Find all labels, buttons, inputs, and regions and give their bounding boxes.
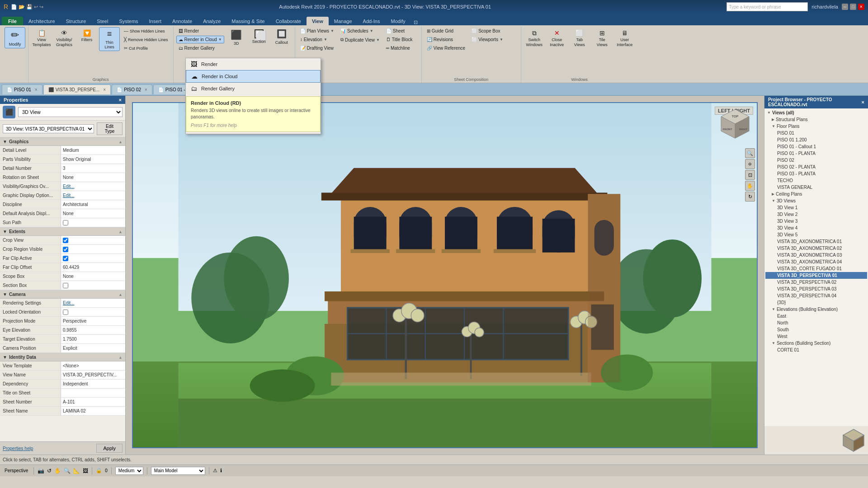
pan-tool-icon[interactable]: ✋: [54, 468, 61, 474]
revisions-button[interactable]: 🔄 Revisions: [425, 36, 467, 43]
identity-collapse[interactable]: ▲: [118, 355, 123, 360]
projection-mode-value[interactable]: Perspective: [61, 317, 125, 325]
view-cube-svg[interactable]: TOP FRONT RIGHT: [718, 108, 752, 141]
pb-close-icon[interactable]: ×: [862, 99, 864, 105]
graphics-section-collapse[interactable]: ▲: [118, 140, 123, 144]
pb-item-persp02[interactable]: VISTA 3D_PERSPECTIVA 02: [765, 279, 867, 286]
piso02-close-icon[interactable]: ×: [145, 87, 147, 92]
title-on-sheet-value[interactable]: [61, 389, 125, 397]
minimize-btn[interactable]: ─: [842, 4, 848, 10]
rotation-value[interactable]: None: [61, 173, 125, 182]
tab-file[interactable]: File: [2, 17, 23, 25]
pb-item-axono03[interactable]: VISTA 3D_AXONOMETRICA 03: [765, 252, 867, 258]
detail-level-select[interactable]: Medium Coarse Fine: [115, 467, 143, 475]
pb-sections[interactable]: ▼ Sections (Building Section): [765, 340, 867, 347]
pb-item-north[interactable]: North: [765, 319, 867, 326]
remove-hidden-lines-button[interactable]: ╳ Remove Hidden Lines: [122, 36, 170, 43]
crop-region-checkbox[interactable]: [63, 247, 68, 252]
title-block-button[interactable]: 🗒 Title Block: [384, 36, 415, 43]
pb-3d-views[interactable]: ▼ 3D Views: [765, 197, 867, 204]
pb-item-corte01[interactable]: CORTE 01: [765, 347, 867, 353]
graphics-section-header[interactable]: ▼ Graphics ▲: [0, 137, 125, 146]
view-templates-button[interactable]: 📋 ViewTemplates: [31, 27, 52, 48]
camera-collapse[interactable]: ▲: [118, 292, 123, 297]
pb-item-3dview2[interactable]: 3D View 2: [765, 211, 867, 218]
sheet-button[interactable]: 📄 Sheet: [384, 27, 415, 35]
redo-btn[interactable]: ↪: [39, 4, 43, 10]
edit-type-button[interactable]: Edit Type: [97, 122, 123, 135]
default-analysis-value[interactable]: None: [61, 209, 125, 218]
tab-insert[interactable]: Insert: [144, 17, 167, 25]
pb-item-corte-fugado01[interactable]: VISTA 3D_CORTE FUGADO 01: [765, 265, 867, 272]
show-hidden-lines-button[interactable]: --- Show Hidden Lines: [122, 27, 170, 35]
viewports-button[interactable]: ⬜ Viewports ▼: [469, 36, 505, 43]
doc-tab-piso01[interactable]: 📄 PISO 01 ×: [2, 84, 42, 94]
pb-ceiling-plans[interactable]: ▶ Ceiling Plans: [765, 191, 867, 197]
section-box-checkbox[interactable]: [63, 283, 68, 288]
pb-item-persp04[interactable]: VISTA 3D_PERSPECTIVA 04: [765, 292, 867, 299]
pb-item-axono01[interactable]: VISTA 3D_AXONOMETRICA 01: [765, 238, 867, 245]
identity-section-header[interactable]: ▼ Identity Data ▲: [0, 353, 125, 361]
pb-elevations[interactable]: ▼ Elevations (Building Elevation): [765, 306, 867, 313]
render-icon[interactable]: 🖼: [83, 468, 88, 474]
matchline-button[interactable]: ═ Matchline: [384, 44, 415, 52]
pb-item-3dview1[interactable]: 3D View 1: [765, 204, 867, 211]
graphic-display-edit[interactable]: Edit...: [61, 191, 125, 200]
pb-item-piso01[interactable]: PISO 01: [765, 130, 867, 136]
pb-item-piso02-planta[interactable]: PISO 02 - PLANTA: [765, 164, 867, 170]
user-interface-button[interactable]: 🖥 UserInterface: [614, 27, 635, 48]
undo-btn[interactable]: ↩: [34, 4, 38, 10]
view-name-prop-value[interactable]: VISTA 3D_PERSPECTIV...: [61, 371, 125, 379]
new-btn[interactable]: 📄: [11, 4, 17, 10]
render-cloud-dropdown-item[interactable]: ☁ Render in Cloud: [186, 70, 321, 83]
camera-position-value[interactable]: Explicit: [61, 344, 125, 352]
switch-windows-button[interactable]: ⧉ SwitchWindows: [524, 27, 545, 48]
pb-item-piso01-callout[interactable]: PISO 01 - Callout 1: [765, 143, 867, 150]
close-inactive-button[interactable]: ✕ CloseInactive: [547, 27, 567, 48]
render-gallery-button[interactable]: 🗂 Render Gallery: [176, 44, 224, 52]
tab-structure[interactable]: Structure: [61, 17, 92, 25]
render-button[interactable]: 🖼 Render: [176, 27, 224, 35]
pb-item-east[interactable]: East: [765, 313, 867, 319]
apply-button[interactable]: Apply: [96, 444, 123, 453]
modify-button[interactable]: ✏ Modify: [5, 27, 25, 48]
pb-views-all[interactable]: ▼ Views (all): [765, 109, 867, 116]
filters-button[interactable]: 🔽 Filters: [76, 27, 97, 44]
tab-modify[interactable]: Modify: [385, 17, 410, 25]
guide-grid-button[interactable]: ⊞ Guide Grid: [425, 27, 467, 35]
duplicate-view-button[interactable]: ⧉ Duplicate View ▼: [338, 36, 382, 44]
tab-view[interactable]: View: [307, 17, 329, 25]
pb-item-piso01-planta[interactable]: PISO 01 - PLANTA: [765, 150, 867, 157]
pb-item-piso02[interactable]: PISO 02: [765, 157, 867, 164]
3d-view-button[interactable]: ⬛ 3D: [226, 27, 247, 47]
tab-steel[interactable]: Steel: [91, 17, 113, 25]
pb-item-axono04[interactable]: VISTA 3D_AXONOMETRICA 04: [765, 258, 867, 265]
rendering-settings-edit[interactable]: Edit...: [61, 299, 125, 307]
crop-view-checkbox[interactable]: [63, 238, 68, 243]
save-btn[interactable]: 💾: [26, 4, 33, 10]
viewport[interactable]: LEFT | RIGHT TOP FRONT RIGHT: [126, 96, 764, 455]
view-template-value[interactable]: <None>: [61, 361, 125, 370]
pb-item-3d-default[interactable]: {3D}: [765, 299, 867, 306]
measure-icon[interactable]: 📐: [73, 468, 80, 474]
type-select[interactable]: 3D View: [18, 107, 123, 117]
piso01-close-icon[interactable]: ×: [35, 87, 38, 92]
pb-item-piso03-planta[interactable]: PISO 03 - PLANTA: [765, 170, 867, 177]
model-select[interactable]: Main Model: [151, 467, 205, 475]
pb-item-axono02[interactable]: VISTA 3D_AXONOMETRICA 02: [765, 245, 867, 252]
zoom-in-button[interactable]: 🔍: [745, 148, 755, 158]
view-select[interactable]: 3D View: VISTA 3D_PERSPECTIVA 01: [3, 124, 94, 133]
pb-item-3dview3[interactable]: 3D View 3: [765, 218, 867, 225]
plan-views-button[interactable]: 📄 Plan Views ▼: [298, 27, 336, 35]
properties-help-link[interactable]: Properties help: [3, 446, 33, 451]
camera-section-header[interactable]: ▼ Camera ▲: [0, 290, 125, 299]
tab-analyze[interactable]: Analyze: [198, 17, 226, 25]
dependency-value[interactable]: Independent: [61, 380, 125, 388]
scope-box-prop-value[interactable]: None: [61, 272, 125, 281]
doc-tab-piso02[interactable]: 📄 PISO 02 ×: [112, 84, 152, 94]
discipline-value[interactable]: Architectural: [61, 200, 125, 209]
section-button[interactable]: ⬜ Section: [249, 27, 269, 46]
drafting-view-button[interactable]: 📝 Drafting View: [298, 44, 336, 52]
pb-item-3dview4[interactable]: 3D View 4: [765, 225, 867, 231]
tab-manage[interactable]: Manage: [329, 17, 358, 25]
